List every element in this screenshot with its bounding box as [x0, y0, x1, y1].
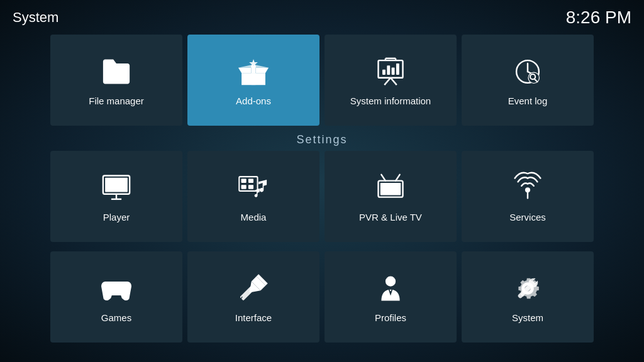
profiles-icon: [372, 272, 409, 306]
settings-row-2: Games Interface: [9, 251, 635, 343]
svg-point-46: [386, 277, 396, 287]
svg-rect-11: [392, 68, 395, 75]
svg-rect-1: [252, 73, 256, 85]
sysinfo-icon: [372, 55, 409, 89]
svg-rect-42: [240, 285, 255, 300]
svg-line-32: [381, 175, 386, 181]
svg-line-44: [244, 300, 245, 302]
tile-system-label: System: [512, 312, 543, 323]
tile-system[interactable]: System: [462, 251, 594, 343]
system-icon: [509, 272, 547, 306]
pvr-icon: [372, 171, 409, 206]
tile-add-ons[interactable]: Add-ons: [187, 35, 319, 126]
tile-services-label: Services: [509, 212, 546, 222]
folder-icon: [97, 55, 135, 89]
tile-file-manager[interactable]: File manager: [50, 35, 182, 126]
svg-rect-12: [396, 63, 399, 75]
settings-row-1: Player Media: [9, 151, 635, 242]
eventlog-icon: [509, 55, 547, 89]
tile-games[interactable]: Games: [50, 251, 182, 343]
svg-rect-10: [387, 65, 390, 75]
tile-system-information-label: System information: [350, 96, 431, 106]
games-icon: [97, 272, 135, 306]
media-icon: [235, 171, 272, 206]
svg-line-4: [384, 78, 391, 85]
svg-rect-26: [242, 178, 247, 183]
tile-event-log[interactable]: Event log: [462, 35, 594, 126]
tile-profiles[interactable]: Profiles: [325, 251, 457, 343]
svg-line-33: [396, 175, 400, 181]
tile-interface[interactable]: Interface: [187, 251, 319, 343]
tile-profiles-label: Profiles: [375, 312, 406, 323]
settings-section-header: Settings: [0, 133, 644, 146]
clock: 8:26 PM: [566, 8, 631, 28]
tile-games-label: Games: [101, 312, 131, 323]
svg-line-45: [247, 303, 248, 305]
svg-rect-28: [242, 185, 247, 189]
addons-icon: [235, 55, 272, 89]
tile-player-label: Player: [103, 212, 130, 222]
settings-label: Settings: [296, 133, 347, 146]
svg-line-5: [391, 78, 397, 85]
tile-services[interactable]: Services: [462, 151, 594, 242]
tile-event-log-label: Event log: [508, 96, 548, 106]
tile-pvr-live-tv-label: PVR & Live TV: [359, 212, 422, 222]
tile-media[interactable]: Media: [187, 151, 319, 242]
tile-media-label: Media: [241, 212, 267, 222]
top-row: File manager Add-ons: [9, 35, 635, 126]
tile-interface-label: Interface: [235, 312, 272, 323]
tile-file-manager-label: File manager: [89, 96, 144, 106]
svg-rect-27: [248, 178, 253, 183]
tile-player[interactable]: Player: [50, 151, 182, 242]
tile-add-ons-label: Add-ons: [236, 96, 271, 106]
header: System 8:26 PM: [0, 0, 644, 35]
player-icon: [97, 171, 135, 206]
tile-system-information[interactable]: System information: [325, 35, 457, 126]
interface-icon: [235, 272, 272, 306]
svg-rect-29: [248, 185, 253, 189]
tile-pvr-live-tv[interactable]: PVR & Live TV: [325, 151, 457, 242]
svg-rect-9: [382, 70, 386, 75]
app-title: System: [13, 9, 58, 26]
services-icon: [509, 171, 547, 206]
